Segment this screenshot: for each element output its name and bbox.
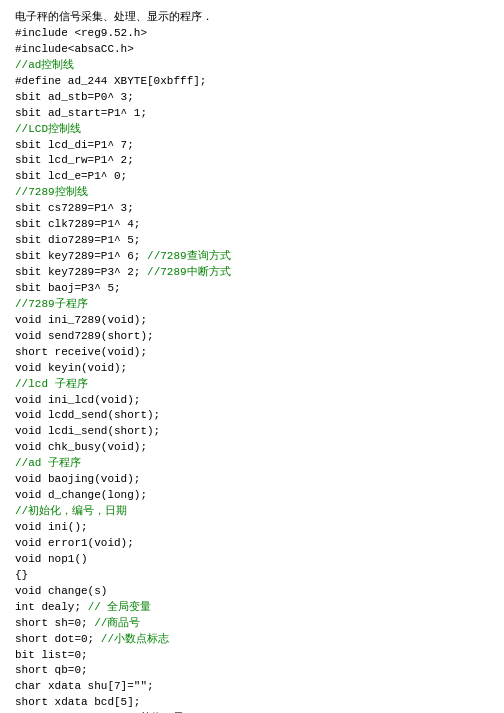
code-line: {} xyxy=(15,568,489,584)
code-line: short dot=0; //小数点标志 xyxy=(15,632,489,648)
code-line: sbit cs7289=P1^ 3; xyxy=(15,201,489,217)
code-line: sbit baoj=P3^ 5; xyxy=(15,281,489,297)
code-line: sbit clk7289=P1^ 4; xyxy=(15,217,489,233)
code-line: int dealy; // 全局变量 xyxy=(15,600,489,616)
code-editor: 电子秤的信号采集、处理、显示的程序．#include <reg9.52.h>#i… xyxy=(15,10,489,713)
code-line: //7289子程序 xyxy=(15,297,489,313)
code-line: bit list=0; xyxy=(15,648,489,664)
code-line: #include<absaCC.h> xyxy=(15,42,489,58)
code-line: //ad控制线 xyxy=(15,58,489,74)
code-line: void chk_busy(void); xyxy=(15,440,489,456)
code-line: #define ad_244 XBYTE[0xbfff]; xyxy=(15,74,489,90)
code-line: void change(s) xyxy=(15,584,489,600)
code-line: void nop1() xyxy=(15,552,489,568)
code-line: //lcd 子程序 xyxy=(15,377,489,393)
code-line: sbit key7289=P3^ 2; //7289中断方式 xyxy=(15,265,489,281)
code-line: sbit ad_start=P1^ 1; xyxy=(15,106,489,122)
code-line: void keyin(void); xyxy=(15,361,489,377)
code-line: 电子秤的信号采集、处理、显示的程序． xyxy=(15,10,489,26)
code-line: void baojing(void); xyxy=(15,472,489,488)
code-line: sbit lcd_e=P1^ 0; xyxy=(15,169,489,185)
code-line: //初始化，编号，日期 xyxy=(15,504,489,520)
code-line: sbit lcd_rw=P1^ 2; xyxy=(15,153,489,169)
code-line: short receive(void); xyxy=(15,345,489,361)
code-line: void error1(void); xyxy=(15,536,489,552)
code-line: //7289控制线 xyxy=(15,185,489,201)
code-line: void send7289(short); xyxy=(15,329,489,345)
code-line: sbit key7289=P1^ 6; //7289查询方式 xyxy=(15,249,489,265)
code-line: char xdata shu[7]=""; xyxy=(15,679,489,695)
code-line: short xdata bcd[5]; xyxy=(15,695,489,711)
code-line: void ini(); xyxy=(15,520,489,536)
code-line: short sh=0; //商品号 xyxy=(15,616,489,632)
code-line: sbit dio7289=P1^ 5; xyxy=(15,233,489,249)
code-line: sbit ad_stb=P0^ 3; xyxy=(15,90,489,106)
code-line: //LCD控制线 xyxy=(15,122,489,138)
code-line: void ini_7289(void); xyxy=(15,313,489,329)
code-line: void lcdd_send(short); xyxy=(15,408,489,424)
code-line: sbit lcd_di=P1^ 7; xyxy=(15,138,489,154)
code-line: short qb=0; xyxy=(15,663,489,679)
code-line: void d_change(long); xyxy=(15,488,489,504)
code-line: #include <reg9.52.h> xyxy=(15,26,489,42)
code-line: void lcdi_send(short); xyxy=(15,424,489,440)
code-line: void ini_lcd(void); xyxy=(15,393,489,409)
code-line: //ad 子程序 xyxy=(15,456,489,472)
